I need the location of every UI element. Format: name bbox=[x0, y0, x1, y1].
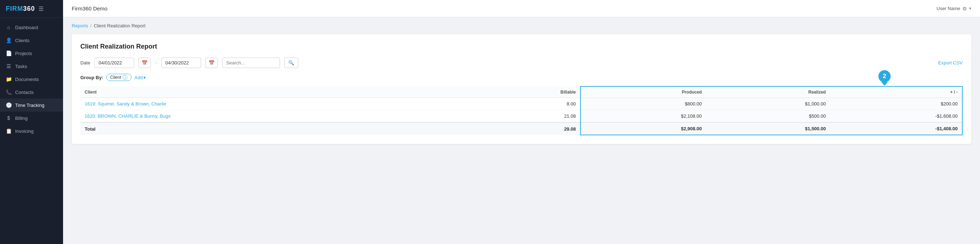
cell-billable-1: 8.00 bbox=[478, 98, 581, 110]
badge-number: 2 bbox=[883, 73, 886, 80]
invoicing-icon: 📋 bbox=[6, 128, 11, 134]
sidebar-item-label: Documents bbox=[15, 77, 39, 82]
col-header-client: Client bbox=[80, 86, 478, 98]
main-content: Firm360 Demo User Name ⚙ ▾ Reports / Cli… bbox=[63, 0, 980, 244]
breadcrumb-separator: / bbox=[91, 23, 92, 29]
user-dropdown-icon[interactable]: ▾ bbox=[969, 6, 971, 11]
date-label: Date bbox=[80, 60, 90, 65]
sidebar-item-tasks[interactable]: ☰ Tasks bbox=[0, 60, 63, 73]
search-button[interactable]: 🔍 bbox=[284, 58, 298, 68]
sidebar: FIRM360 ☰ ⌂ Dashboard 👤 Clients 📄 Projec… bbox=[0, 0, 63, 244]
sidebar-item-dashboard[interactable]: ⌂ Dashboard bbox=[0, 21, 63, 34]
groupby-chip-label: Client bbox=[110, 75, 121, 80]
col-header-diff: + / - bbox=[830, 86, 963, 98]
date-from-calendar-button[interactable]: 📅 bbox=[138, 58, 151, 68]
documents-icon: 📁 bbox=[6, 76, 11, 82]
search-input[interactable] bbox=[222, 58, 280, 68]
cell-total-realized: $1,500.00 bbox=[706, 122, 830, 135]
sidebar-item-time-tracking[interactable]: 🕐 Time Tracking bbox=[0, 98, 63, 112]
cell-realized-2: $500.00 bbox=[706, 110, 830, 123]
sidebar-item-label: Clients bbox=[15, 38, 30, 43]
logo-area: FIRM360 ☰ bbox=[0, 0, 63, 18]
groupby-chip-remove-icon[interactable]: ⓘ bbox=[123, 75, 127, 80]
time-tracking-icon: 🕐 bbox=[6, 102, 11, 108]
sidebar-item-label: Time Tracking bbox=[15, 103, 44, 108]
badge-circle: 2 bbox=[878, 70, 891, 82]
sidebar-item-projects[interactable]: 📄 Projects bbox=[0, 47, 63, 60]
sidebar-nav: ⌂ Dashboard 👤 Clients 📄 Projects ☰ Tasks… bbox=[0, 18, 63, 244]
hamburger-icon[interactable]: ☰ bbox=[38, 5, 44, 12]
billing-icon: $ bbox=[6, 115, 11, 121]
groupby-label: Group By: bbox=[80, 75, 103, 80]
badge-overlay: 2 bbox=[878, 70, 891, 82]
user-area: User Name ⚙ ▾ bbox=[936, 6, 971, 11]
page-content: Reports / Client Realization Report Clie… bbox=[63, 17, 980, 244]
date-to-input[interactable] bbox=[161, 58, 201, 68]
sidebar-item-billing[interactable]: $ Billing bbox=[0, 112, 63, 125]
sidebar-item-contacts[interactable]: 📞 Contacts bbox=[0, 86, 63, 98]
col-header-billable: Billable bbox=[478, 86, 581, 98]
sidebar-item-label: Contacts bbox=[15, 90, 33, 95]
gear-icon[interactable]: ⚙ bbox=[963, 6, 967, 11]
cell-realized-1: $1,000.00 bbox=[706, 98, 830, 110]
sidebar-item-label: Billing bbox=[15, 116, 28, 121]
sidebar-item-label: Tasks bbox=[15, 64, 27, 69]
sidebar-item-label: Invoicing bbox=[15, 128, 33, 134]
date-separator: - bbox=[155, 60, 157, 65]
report-table: Client Billable Produced Realized + / - … bbox=[80, 86, 963, 135]
col-header-produced: Produced bbox=[581, 86, 706, 98]
export-area: Export CSV bbox=[938, 60, 963, 65]
add-chevron-icon: ▾ bbox=[143, 75, 146, 80]
tasks-icon: ☰ bbox=[6, 63, 11, 69]
groupby-chip[interactable]: Client ⓘ bbox=[106, 74, 132, 81]
export-csv-button[interactable]: Export CSV bbox=[938, 60, 963, 65]
add-groupby-button[interactable]: Add ▾ bbox=[134, 75, 146, 80]
date-from-input[interactable] bbox=[94, 58, 134, 68]
sidebar-item-label: Dashboard bbox=[15, 25, 38, 30]
breadcrumb: Reports / Client Realization Report bbox=[72, 23, 971, 29]
sidebar-item-invoicing[interactable]: 📋 Invoicing bbox=[0, 125, 63, 138]
table-wrapper: 2 Client Billable Produced Realized + / … bbox=[80, 86, 963, 135]
cell-total-diff: -$1,408.00 bbox=[830, 122, 963, 135]
cell-diff-2: -$1,608.00 bbox=[830, 110, 963, 123]
report-card: Client Realization Report Date 📅 - 📅 🔍 E… bbox=[72, 34, 971, 144]
groupby-row: Group By: Client ⓘ Add ▾ bbox=[80, 74, 963, 81]
breadcrumb-current: Client Realization Report bbox=[94, 23, 146, 29]
sidebar-item-documents[interactable]: 📁 Documents bbox=[0, 73, 63, 86]
report-title: Client Realization Report bbox=[80, 43, 963, 51]
dashboard-icon: ⌂ bbox=[6, 24, 11, 30]
cell-diff-1: $200.00 bbox=[830, 98, 963, 110]
cell-produced-2: $2,108.00 bbox=[581, 110, 706, 123]
cell-produced-1: $800.00 bbox=[581, 98, 706, 110]
cell-client-2: 1620: BROWN, CHARLIE & Bunny, Bugs bbox=[80, 110, 478, 123]
cell-total-billable: 29.08 bbox=[478, 122, 581, 135]
table-row: 1619: Squirrel, Sandy & Brown, Charlie 8… bbox=[80, 98, 963, 110]
cell-total-label: Total bbox=[80, 122, 478, 135]
cell-total-produced: $2,908.00 bbox=[581, 122, 706, 135]
topbar: Firm360 Demo User Name ⚙ ▾ bbox=[63, 0, 980, 17]
add-label: Add bbox=[134, 75, 143, 80]
filters-row: Date 📅 - 📅 🔍 Export CSV bbox=[80, 58, 963, 68]
table-totals-row: Total 29.08 $2,908.00 $1,500.00 -$1,408.… bbox=[80, 122, 963, 135]
table-header-row: Client Billable Produced Realized + / - bbox=[80, 86, 963, 98]
projects-icon: 📄 bbox=[6, 51, 11, 56]
contacts-icon: 📞 bbox=[6, 89, 11, 95]
cell-billable-2: 21.08 bbox=[478, 110, 581, 123]
username-label: User Name bbox=[936, 6, 960, 11]
cell-client-1: 1619: Squirrel, Sandy & Brown, Charlie bbox=[80, 98, 478, 110]
client-link-2[interactable]: 1620: BROWN, CHARLIE & Bunny, Bugs bbox=[85, 113, 170, 119]
breadcrumb-reports[interactable]: Reports bbox=[72, 23, 88, 29]
col-header-realized: Realized bbox=[706, 86, 830, 98]
logo-text: FIRM360 bbox=[6, 5, 35, 13]
clients-icon: 👤 bbox=[6, 37, 11, 43]
date-to-calendar-button[interactable]: 📅 bbox=[205, 58, 218, 68]
sidebar-item-clients[interactable]: 👤 Clients bbox=[0, 34, 63, 47]
page-title: Firm360 Demo bbox=[72, 5, 107, 11]
table-row: 1620: BROWN, CHARLIE & Bunny, Bugs 21.08… bbox=[80, 110, 963, 123]
sidebar-item-label: Projects bbox=[15, 51, 32, 56]
client-link-1[interactable]: 1619: Squirrel, Sandy & Brown, Charlie bbox=[85, 101, 166, 106]
